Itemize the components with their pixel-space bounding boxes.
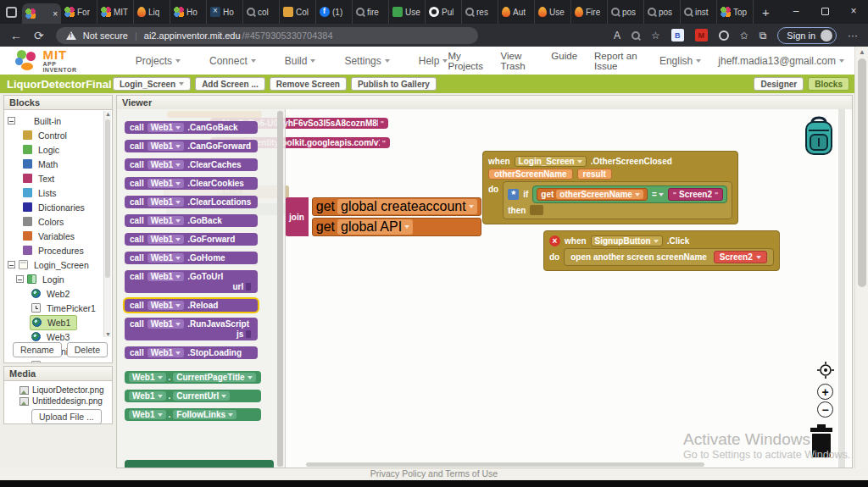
backpack[interactable] — [802, 116, 836, 162]
browser-tab[interactable]: col — [243, 0, 280, 24]
rename-button[interactable]: Rename — [13, 342, 62, 357]
browser-tab[interactable]: Liq — [134, 0, 170, 24]
when-otherscreenclosed-block[interactable]: when Login_Screen .OtherScreenClosed oth… — [482, 151, 738, 224]
join-block[interactable]: join — [285, 197, 309, 236]
reload-icon[interactable]: ⟳ — [34, 30, 44, 42]
component-dropdown[interactable]: Web1 — [147, 216, 185, 225]
tree-row[interactable]: Lists — [8, 185, 112, 200]
browser-tab[interactable]: Aut — [498, 0, 535, 24]
get-global-createaccount-block[interactable]: get global createaccount — [312, 197, 481, 216]
window-minimize-button[interactable]: – — [782, 0, 810, 22]
equals-block[interactable]: get otherScreenName = " Screen2 " — [532, 185, 727, 203]
header-menu[interactable]: Projects — [136, 55, 181, 67]
component-dropdown[interactable]: Web1 — [129, 391, 166, 401]
tree-row[interactable]: Built-in — [8, 113, 112, 128]
tree-row[interactable]: Colors — [8, 214, 112, 229]
call-block[interactable]: call Web1 .StopLoading — [125, 346, 258, 359]
component-dropdown[interactable]: Web1 — [129, 373, 166, 382]
property-dropdown[interactable]: FollowLinks — [173, 410, 236, 419]
component-dropdown[interactable]: SignupButton — [591, 235, 663, 246]
call-block[interactable]: call Web1 .ClearCookies — [125, 177, 258, 190]
tree-row[interactable]: Procedures — [8, 243, 112, 257]
collapse-icon[interactable] — [8, 261, 15, 268]
component-dropdown[interactable]: Web1 — [147, 179, 185, 188]
operator-dropdown[interactable]: = — [652, 190, 664, 199]
new-tab-button[interactable]: + — [754, 5, 778, 19]
screen2-text-block[interactable]: " Screen2 " — [668, 188, 723, 201]
zoom-icon[interactable] — [632, 31, 640, 40]
browser-tab[interactable]: inst — [681, 0, 717, 24]
tree-row[interactable]: Login_Screen — [8, 257, 112, 272]
tree-row[interactable]: Variables — [8, 229, 112, 243]
browser-menu-icon[interactable]: ··· — [848, 30, 858, 42]
toolbar-button[interactable]: Publish to Gallery — [351, 77, 437, 91]
language-selector[interactable]: English — [659, 55, 701, 67]
variable-dropdown[interactable]: global createaccount — [337, 199, 477, 214]
call-block[interactable]: call Web1 .ClearCaches — [125, 158, 258, 171]
tree-row[interactable]: Control — [8, 128, 112, 142]
getter-block[interactable]: Web1 . CurrentPageTitle — [125, 371, 261, 384]
call-block[interactable]: call Web1 .CanGoForward — [125, 140, 258, 152]
when-signupbutton-click-block[interactable]: × when SignupButton .Click do open anoth… — [543, 230, 780, 271]
get-global-api-block[interactable]: get global API — [312, 218, 481, 236]
window-restore-button[interactable] — [810, 0, 839, 22]
call-block[interactable]: call Web1 .GoBack — [125, 214, 258, 227]
header-link[interactable]: Report an Issue — [594, 51, 643, 71]
tree-row[interactable]: Web1 — [8, 315, 112, 329]
header-menu[interactable]: Build — [285, 55, 316, 67]
page-scrollbar[interactable]: ▲ ▼ — [854, 47, 868, 480]
tab-close-icon[interactable]: × — [53, 9, 58, 19]
toolbar-button[interactable]: Add Screen ... — [195, 77, 265, 91]
designer-button[interactable]: Designer — [754, 77, 804, 91]
property-dropdown[interactable]: CurrentPageTitle — [173, 373, 255, 382]
favorite-star-icon[interactable]: ☆ — [651, 30, 660, 42]
browser-tab[interactable]: MIT — [97, 0, 134, 24]
call-block[interactable]: call Web1 .Reload — [125, 299, 258, 312]
back-icon[interactable]: ← — [10, 30, 22, 42]
component-dropdown[interactable]: Web1 — [147, 123, 185, 132]
browser-tab[interactable]: Use — [535, 0, 571, 24]
browser-tab[interactable]: Fire — [571, 0, 608, 24]
tree-row[interactable]: Web2 — [8, 286, 112, 301]
getter-block[interactable]: Web1 . CurrentUrl — [125, 390, 261, 402]
param-result[interactable]: result — [577, 169, 612, 180]
browser-tab[interactable]: × — [22, 3, 61, 24]
component-dropdown[interactable]: Web1 — [147, 272, 185, 281]
browser-tab[interactable]: Top — [717, 0, 754, 24]
header-menu[interactable]: Help — [419, 55, 448, 67]
component-dropdown[interactable]: Web1 — [147, 301, 185, 310]
browser-tab[interactable]: Use — [389, 0, 426, 24]
variable-dropdown[interactable]: otherScreenName — [556, 190, 643, 199]
property-dropdown[interactable]: CurrentUrl — [173, 391, 230, 401]
favorites-bar-icon[interactable]: ✩ — [740, 30, 748, 42]
join-block-group[interactable]: join get global createaccount get global… — [285, 197, 481, 236]
call-block[interactable]: call Web1 .GoHome — [125, 252, 258, 264]
component-dropdown[interactable]: Web1 — [129, 410, 166, 419]
toolbar-button[interactable]: Remove Screen — [270, 77, 347, 91]
zoom-in-button[interactable]: + — [817, 384, 833, 400]
window-close-button[interactable]: × — [839, 0, 868, 22]
component-dropdown[interactable]: Web1 — [147, 235, 185, 244]
component-dropdown[interactable]: Web1 — [147, 253, 185, 263]
open-another-screen-block[interactable]: open another screen screenName Screen2 — [564, 248, 774, 266]
browser-tab[interactable]: For — [61, 0, 97, 24]
collections-icon[interactable]: ⧉ — [760, 30, 767, 42]
call-block[interactable]: call Web1 .CanGoBack — [125, 121, 258, 134]
browser-tab[interactable]: fire — [353, 0, 389, 24]
browser-tab[interactable]: Pul — [426, 0, 462, 24]
call-block[interactable]: call Web1 .GoForward — [125, 233, 258, 246]
header-link[interactable]: View Trash — [501, 51, 535, 71]
scroll-down-icon[interactable]: ▼ — [105, 331, 111, 337]
call-block[interactable]: call Web1 .RunJavaScript js — [125, 318, 258, 340]
component-dropdown[interactable]: Web1 — [147, 197, 185, 207]
call-block[interactable]: call Web1 .GoToUrl url — [125, 270, 258, 293]
component-dropdown[interactable]: Web1 — [147, 160, 185, 169]
center-blocks-button[interactable] — [817, 362, 834, 382]
blocks-canvas[interactable]: " AIzaSyDp6-U0byhF6vSo3I5sA8coznM8BL5d-c… — [116, 109, 853, 468]
read-aloud-icon[interactable]: A — [614, 30, 620, 42]
scroll-up-icon[interactable]: ▲ — [859, 48, 865, 56]
header-menu[interactable]: Settings — [344, 55, 389, 67]
tree-row[interactable]: Logic — [8, 142, 112, 157]
sign-in-button[interactable]: Sign in — [777, 27, 837, 44]
canvas-horizontal-scrollbar[interactable] — [306, 462, 704, 467]
